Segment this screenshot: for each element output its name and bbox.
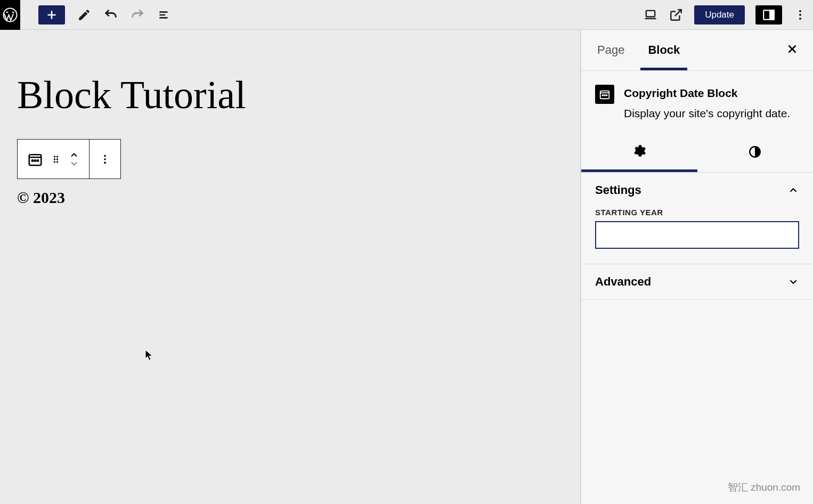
undo-button[interactable] — [103, 7, 118, 22]
redo-icon — [130, 7, 145, 22]
svg-point-13 — [54, 158, 55, 160]
chevron-up-icon — [787, 184, 799, 196]
svg-point-9 — [35, 160, 36, 161]
block-more-options-button[interactable] — [99, 152, 111, 167]
editor-canvas[interactable]: Block Tutorial © 2023 — [0, 30, 581, 504]
editor-main: Block Tutorial © 2023 — [0, 30, 813, 504]
svg-point-10 — [37, 160, 39, 161]
calendar-icon — [27, 151, 43, 167]
block-info-card: Copyright Date Block Display your site's… — [581, 71, 813, 131]
drag-handle[interactable] — [51, 152, 61, 167]
move-up-button[interactable] — [69, 151, 79, 159]
page-title[interactable]: Block Tutorial — [17, 72, 563, 118]
list-view-icon — [157, 8, 171, 22]
svg-point-21 — [602, 95, 603, 96]
advanced-panel-header[interactable]: Advanced — [581, 264, 813, 299]
starting-year-input[interactable] — [595, 221, 799, 249]
settings-sidebar-toggle[interactable] — [755, 5, 782, 25]
edit-mode-button[interactable] — [77, 7, 92, 22]
advanced-panel-title: Advanced — [595, 275, 651, 289]
block-info-description: Display your site's copyright date. — [624, 105, 790, 122]
update-button[interactable]: Update — [694, 5, 745, 25]
svg-rect-3 — [770, 10, 774, 19]
tab-block[interactable]: Block — [646, 31, 682, 69]
settings-panel-title: Settings — [595, 183, 641, 197]
chevron-down-icon — [69, 160, 79, 167]
svg-point-19 — [104, 161, 106, 164]
svg-point-6 — [799, 18, 801, 20]
settings-subtab[interactable] — [581, 132, 697, 172]
preview-link-button[interactable] — [669, 7, 684, 22]
settings-panel: Settings Starting Year — [581, 173, 813, 264]
document-overview-button[interactable] — [157, 7, 172, 22]
svg-point-22 — [604, 95, 605, 96]
mouse-cursor-icon — [145, 349, 153, 361]
svg-point-17 — [104, 155, 106, 157]
redo-button[interactable] — [130, 7, 145, 22]
watermark: 智汇 zhuon.com — [728, 481, 800, 494]
calendar-icon — [599, 88, 611, 100]
block-mover — [69, 151, 79, 167]
toolbar-right-group: Update — [643, 5, 808, 25]
block-toolbar — [17, 139, 121, 179]
editor-top-toolbar: Update — [0, 0, 813, 30]
close-sidebar-button[interactable] — [785, 42, 799, 58]
close-icon — [785, 42, 799, 56]
view-button[interactable] — [643, 7, 658, 22]
block-info-icon — [595, 85, 614, 104]
block-toolbar-main-group — [18, 140, 90, 178]
block-toolbar-more-group — [90, 140, 120, 178]
drag-icon — [51, 152, 61, 167]
svg-rect-1 — [646, 10, 655, 17]
options-button[interactable] — [793, 7, 808, 22]
more-vertical-icon — [99, 152, 111, 167]
sidebar-tablist: Page Block — [581, 30, 813, 70]
block-type-button[interactable] — [27, 151, 43, 167]
svg-point-8 — [32, 160, 34, 161]
svg-point-4 — [799, 10, 801, 12]
settings-panel-body: Starting Year — [581, 208, 813, 264]
chevron-down-icon — [787, 276, 799, 288]
block-info-title: Copyright Date Block — [624, 85, 790, 102]
sidebar-icon — [762, 8, 776, 22]
toolbar-left-group — [20, 5, 172, 25]
gear-icon — [632, 144, 646, 158]
settings-sidebar: Page Block Copyright Date Block Display … — [581, 30, 813, 504]
styles-subtab[interactable] — [697, 132, 814, 172]
starting-year-label: Starting Year — [595, 208, 799, 217]
add-block-button[interactable] — [38, 5, 65, 25]
plus-icon — [45, 8, 59, 22]
svg-point-18 — [104, 158, 106, 160]
svg-point-5 — [799, 14, 801, 16]
svg-point-16 — [56, 161, 58, 162]
svg-point-12 — [56, 156, 58, 157]
wordpress-icon — [2, 7, 18, 23]
pencil-icon — [77, 8, 91, 22]
copyright-block-output[interactable]: © 2023 — [17, 189, 563, 207]
svg-point-11 — [54, 156, 55, 157]
move-down-button[interactable] — [69, 160, 79, 167]
external-link-icon — [669, 8, 683, 22]
laptop-icon — [643, 7, 658, 22]
advanced-panel: Advanced — [581, 264, 813, 300]
undo-icon — [103, 7, 118, 22]
more-vertical-icon — [794, 9, 807, 21]
contrast-icon — [748, 145, 762, 159]
wordpress-logo[interactable] — [0, 0, 20, 30]
inspector-subtabs — [581, 131, 813, 173]
settings-panel-header[interactable]: Settings — [581, 173, 813, 208]
chevron-up-icon — [69, 151, 79, 159]
svg-point-14 — [56, 158, 58, 160]
svg-point-23 — [606, 95, 607, 96]
tab-page[interactable]: Page — [595, 31, 627, 69]
svg-point-15 — [54, 161, 55, 162]
